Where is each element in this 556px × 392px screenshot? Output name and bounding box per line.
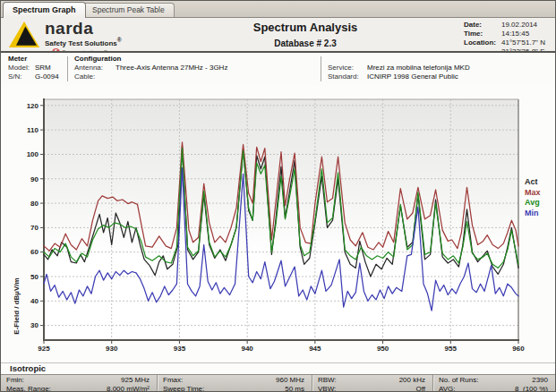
antenna-label: Antenna:	[74, 64, 115, 72]
date-label: Date:	[464, 21, 501, 30]
status-col-bandwidth: RBW:200 kHz VBW:Off	[312, 375, 432, 391]
svg-text:950: 950	[377, 345, 389, 353]
chart-legend: ActMaxAvgMin	[525, 177, 541, 218]
model-value: SRM	[35, 64, 51, 72]
antenna-value: Three-Axis Antenna 27MHz - 3GHz	[115, 64, 227, 72]
svg-text:935: 935	[174, 345, 186, 353]
location-label: Location:	[464, 38, 501, 47]
service-value: Mrezi za mobilna telefonija MKD	[367, 64, 470, 72]
fmin-label: Fmin:	[6, 376, 24, 385]
divider	[67, 56, 68, 81]
serial-label: S/N:	[8, 72, 35, 81]
svg-text:110: 110	[27, 126, 38, 134]
status-col-frequency-max: Fmax:960 MHz Sweep Time:50 ms	[157, 375, 312, 391]
svg-text:100: 100	[27, 150, 39, 158]
cable-label: Cable:	[74, 72, 115, 81]
runs-label: No. of Runs:	[439, 376, 478, 385]
svg-text:960: 960	[512, 345, 525, 353]
status-bar: Fmin:925 MHz Meas. Range:8.000 mW/m² Fma…	[1, 374, 555, 391]
svg-text:50: 50	[30, 273, 38, 281]
time-label: Time:	[464, 30, 501, 38]
avg-value: 8 (100 %)	[515, 385, 548, 392]
sweep-time-value: 50 ms	[285, 385, 304, 392]
isotropic-label: Isotropic	[1, 362, 555, 374]
rbw-value: 200 kHz	[399, 376, 425, 385]
y-axis-title: E-Field / dBµV/m	[13, 251, 21, 362]
avg-label: AVG:	[439, 385, 456, 392]
fmax-label: Fmax:	[163, 376, 183, 385]
model-label: Model:	[8, 64, 35, 72]
standard-label: Standard:	[328, 72, 367, 81]
narda-triangle-icon	[8, 21, 40, 48]
svg-text:90: 90	[30, 175, 38, 183]
svg-text:60: 60	[30, 248, 38, 256]
svg-text:70: 70	[30, 224, 38, 232]
meas-range-value: 8.000 mW/m²	[107, 385, 150, 392]
svg-text:930: 930	[106, 345, 118, 353]
fmin-value: 925 MHz	[121, 376, 150, 385]
tab-spectrum-peak-table[interactable]: Spectrum Peak Table	[82, 3, 175, 17]
location-value-line1: 41°57'51.7" N	[501, 38, 552, 47]
legend-item-avg: Avg	[525, 198, 541, 209]
svg-text:940: 940	[241, 345, 253, 353]
brand-name: narda	[45, 21, 126, 36]
svg-text:30: 30	[30, 321, 38, 329]
meas-range-label: Meas. Range:	[6, 385, 51, 392]
page-title: Spectrum Analysis	[216, 21, 395, 34]
fmax-value: 960 MHz	[276, 376, 304, 385]
time-value: 14:15:45	[501, 30, 552, 38]
legend-item-act: Act	[525, 177, 541, 188]
svg-text:955: 955	[445, 345, 458, 353]
meter-section: Meter Model:SRM S/N:G-0094	[8, 55, 59, 81]
spectrum-chart: 3040506070809010011012092593093594094595…	[1, 86, 556, 362]
date-value: 19.02.2014	[501, 21, 552, 30]
report-header: narda Safety Test Solutions® an L3 Commu…	[1, 18, 555, 52]
registered-mark: ®	[117, 37, 122, 43]
rbw-label: RBW:	[318, 376, 337, 385]
brand-subtitle: Safety Test Solutions®	[45, 36, 126, 47]
chart-panel: 3040506070809010011012092593093594094595…	[1, 86, 555, 362]
spectrum-analysis-window: Spectrum Graph Spectrum Peak Table narda…	[0, 0, 556, 392]
status-col-frequency-min: Fmin:925 MHz Meas. Range:8.000 mW/m²	[1, 375, 157, 391]
svg-text:945: 945	[309, 345, 321, 353]
svg-text:925: 925	[38, 345, 50, 353]
sweep-time-label: Sweep Time:	[163, 385, 204, 392]
serial-value: G-0094	[35, 72, 59, 81]
legend-item-max: Max	[525, 188, 541, 199]
service-label: Service:	[328, 64, 367, 72]
svg-text:120: 120	[27, 102, 39, 110]
svg-text:80: 80	[30, 200, 38, 208]
runs-value: 2390	[532, 376, 548, 385]
configuration-section-title: Configuration	[74, 55, 227, 64]
service-section: Service:Mrezi za mobilna telefonija MKD …	[328, 64, 470, 81]
database-subtitle: Database # 2.3	[216, 38, 395, 48]
vbw-value: Off	[415, 385, 425, 392]
status-col-runs: No. of Runs:2390 AVG:8 (100 %)	[432, 375, 555, 391]
meter-section-title: Meter	[8, 55, 59, 64]
tab-bar: Spectrum Graph Spectrum Peak Table	[1, 1, 555, 18]
legend-item-min: Min	[525, 209, 541, 219]
tab-spectrum-graph[interactable]: Spectrum Graph	[3, 2, 86, 18]
standard-value: ICNIRP 1998 General Public	[367, 72, 458, 81]
measurement-info-band: Meter Model:SRM S/N:G-0094 Configuration…	[1, 53, 555, 86]
divider	[321, 56, 321, 81]
vbw-label: VBW:	[318, 385, 336, 392]
svg-text:40: 40	[30, 297, 38, 305]
configuration-section: Configuration Antenna:Three-Axis Antenna…	[74, 55, 227, 81]
